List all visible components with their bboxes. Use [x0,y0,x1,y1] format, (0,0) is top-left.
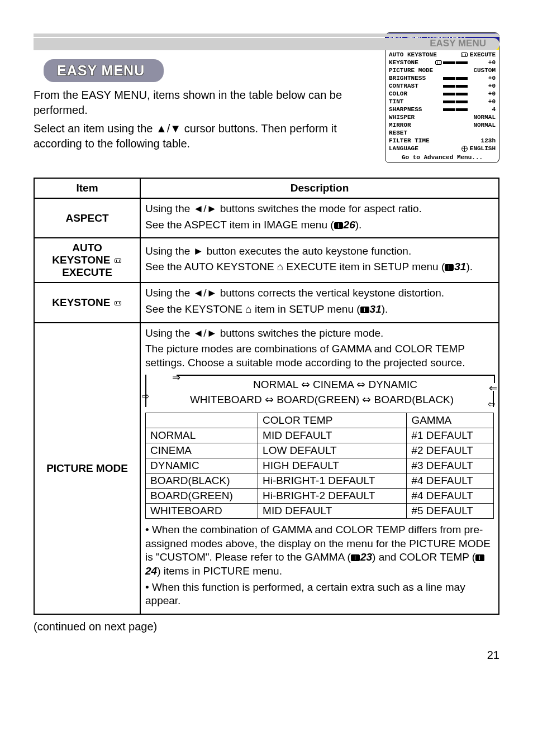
osd-whisper-val: NORMAL [469,113,496,121]
osd-sharp-label: SHARPNESS [389,106,443,113]
aspect-line1: Using the ◄/► buttons switches the mode … [145,202,494,216]
item-keystone: KEYSTONE [34,283,140,322]
slider-bar [443,61,468,64]
osd-filter-label: FILTER TIME [389,137,469,145]
globe-icon [461,146,468,152]
col-desc-header: Description [140,178,499,198]
page-title: EASY MENU [44,59,164,82]
keystone-icon [435,60,442,65]
picmode-note1: • When the combination of GAMMA and COLO… [145,523,494,578]
inner-gm: #5 DEFAULT [407,503,494,518]
inner-name: CINEMA [146,443,258,458]
continued-text: (continued on next page) [34,620,499,633]
table-row: BOARD(GREEN)Hi-BRIGHT-2 DEFAULT#4 DEFAUL… [146,488,494,503]
table-row: WHITEBOARDMID DEFAULT#5 DEFAULT [146,503,494,518]
note1-ref1: 23 [360,551,372,563]
keystone-ref: 31 [370,303,382,315]
autokey-line2: See the AUTO KEYSTONE ⌂ EXECUTE item in … [145,260,494,274]
note1-post: ) items in PICTURE menu. [157,565,282,577]
osd-whisper-label: WHISPER [389,113,469,121]
inner-ct: MID DEFAULT [258,428,407,443]
osd-bright-val: +0 [469,74,496,82]
autokey-n3: EXECUTE [62,266,112,278]
page-number: 21 [34,649,499,662]
desc-aspect: Using the ◄/► buttons switches the mode … [140,198,499,238]
section-tag: EASY MENU [34,37,499,50]
inner-gm: #4 DEFAULT [407,473,494,488]
slider-bar [443,85,468,88]
table-row: NORMALMID DEFAULT#1 DEFAULT [146,428,494,443]
inner-gm: #1 DEFAULT [407,428,494,443]
inner-ct: MID DEFAULT [258,503,407,518]
note1-ref2: 24 [145,565,157,577]
slider-bar [443,101,468,103]
autokey-l2-pre: See the AUTO KEYSTONE ⌂ EXECUTE item in … [145,261,445,272]
inner-name: BOARD(GREEN) [146,488,258,503]
autokey-n1: AUTO [72,242,102,253]
table-row: BOARD(BLACK)Hi-BRIGHT-1 DEFAULT#4 DEFAUL… [146,473,494,488]
osd-tint-val: +0 [469,98,496,106]
item-aspect: ASPECT [34,198,140,238]
osd-color-val: +0 [469,90,496,98]
inner-name: NORMAL [146,428,258,443]
cycle-arrow-icon: ⇦ [488,399,495,409]
osd-keystone-label: KEYSTONE [389,59,434,66]
picmode-note2: • When this function is performed, a cer… [145,581,494,608]
inner-gm-header: GAMMA [407,413,494,428]
aspect-l2-pre: See the ASPECT item in IMAGE menu ( [145,219,334,231]
note1-mid: ) and COLOR TEMP ( [372,551,475,563]
intro-paragraph-2: Select an item using the ▲/▼ cursor butt… [34,121,376,151]
keystone-l2-pre: See the KEYSTONE ⌂ item in SETUP menu ( [145,303,360,315]
aspect-line2: See the ASPECT item in IMAGE menu (26). [145,218,494,232]
slider-bar [443,77,468,80]
slider-bar [443,93,468,95]
keystone-name: KEYSTONE [52,296,110,308]
inner-ct-header: COLOR TEMP [258,413,407,428]
slider-bar [443,108,468,111]
item-autokeystone: AUTO KEYSTONE EXECUTE [34,238,140,283]
keystone-icon [115,259,121,263]
intro-paragraph-1: From the EASY MENU, items shown in the t… [34,88,376,118]
osd-contrast-val: +0 [469,82,496,90]
inner-name: WHITEBOARD [146,503,258,518]
autokey-l2-post: ). [466,261,473,272]
aspect-ref: 26 [344,219,355,231]
picture-mode-cycle: ⇒ NORMAL ⇔ CINEMA ⇔ DYNAMIC ⇐ ⇨ WHITEBOA… [145,375,494,407]
book-icon [445,264,454,271]
cycle-row2-text: WHITEBOARD ⇔ BOARD(GREEN) ⇔ BOARD(BLACK) [190,394,454,405]
osd-color-label: COLOR [389,90,443,98]
osd-filter-val: 123h [469,137,496,145]
cycle-arrow-icon: ⇨ [142,391,149,401]
book-icon [334,222,343,229]
osd-mirror-val: NORMAL [469,121,496,129]
autokey-line1: Using the ► button executes the auto key… [145,245,494,259]
osd-autokey-label: AUTO KEYSTONE [389,51,460,59]
picture-mode-inner-table: COLOR TEMP GAMMA NORMALMID DEFAULT#1 DEF… [145,413,494,519]
table-row: CINEMALOW DEFAULT#2 DEFAULT [146,443,494,458]
keystone-icon [461,52,468,57]
osd-tint-label: TINT [389,98,443,106]
inner-name: DYNAMIC [146,458,258,473]
osd-reset-label: RESET [389,129,496,137]
desc-picture-mode: Using the ◄/► buttons switches the pictu… [140,323,499,614]
osd-picmode-val: CUSTOM [469,66,496,74]
book-icon [351,554,360,561]
inner-name: BOARD(BLACK) [146,473,258,488]
aspect-l2-post: ). [355,219,362,231]
osd-lang-label: LANGUAGE [389,145,460,152]
easy-menu-table: Item Description ASPECT Using the ◄/► bu… [34,178,499,615]
inner-ct: Hi-BRIGHT-1 DEFAULT [258,473,407,488]
keystone-l2-post: ). [382,303,388,315]
desc-keystone: Using the ◄/► buttons corrects the verti… [140,283,499,322]
osd-screenshot: EASY MENU [COMPUTER1] ASPECT ◄ 4:3 ► AUT… [385,32,499,163]
inner-gm: #2 DEFAULT [407,443,494,458]
osd-contrast-label: CONTRAST [389,82,443,90]
item-picture-mode: PICTURE MODE [34,323,140,614]
book-icon [475,554,484,561]
osd-autokey-val: EXECUTE [469,51,496,59]
book-icon [360,307,369,313]
osd-footer: Go to Advanced Menu... [386,154,499,162]
autokey-ref: 31 [454,261,466,272]
cycle-row1-text: NORMAL ⇔ CINEMA ⇔ DYNAMIC [253,379,417,390]
inner-blank-header [146,413,258,428]
